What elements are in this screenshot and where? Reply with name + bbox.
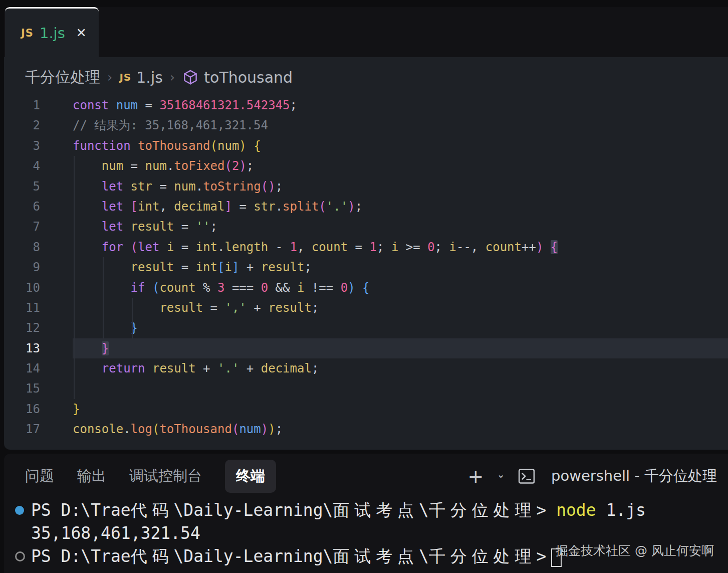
- line-number[interactable]: 11: [4, 298, 40, 318]
- code-line[interactable]: 10 if (count % 3 === 0 && i !== 0) {: [4, 278, 728, 298]
- code-line[interactable]: 2// 结果为: 35,168,461,321.54: [4, 115, 728, 135]
- line-number[interactable]: 17: [4, 419, 40, 439]
- breadcrumb-file[interactable]: 1.js: [136, 69, 163, 86]
- code-line-content: function toThousand(num) {: [73, 136, 728, 156]
- code-line[interactable]: 1const num = 35168461321.542345;: [4, 95, 728, 115]
- code-line-content: if (count % 3 === 0 && i !== 0) {: [73, 278, 728, 298]
- breadcrumb: 千分位处理 › JS 1.js › toThousand: [4, 57, 728, 97]
- editor-area: JS 1.js ✕ 千分位处理 › JS 1.js › toThousand 1…: [4, 7, 728, 450]
- code-line-content: const num = 35168461321.542345;: [73, 95, 728, 115]
- panel-tabs: 问题 输出 调试控制台 终端: [4, 460, 276, 493]
- line-number[interactable]: 5: [4, 176, 40, 197]
- terminal-text: PS D:\Trae代码\Daily-Learning\面试考点\千分位处理>: [31, 545, 562, 568]
- terminal-success-dot-icon: [15, 499, 31, 522]
- line-number[interactable]: 3: [4, 136, 40, 156]
- tab-terminal[interactable]: 终端: [225, 460, 276, 493]
- line-number[interactable]: 13: [4, 338, 40, 358]
- line-number[interactable]: 6: [4, 197, 40, 217]
- tab-bar: JS 1.js ✕: [4, 7, 728, 57]
- line-number[interactable]: 15: [4, 378, 40, 399]
- code-line[interactable]: 4 num = num.toFixed(2);: [4, 156, 728, 176]
- indent-guide: [74, 156, 75, 399]
- terminal-session-title[interactable]: powershell - 千分位处理: [551, 466, 717, 486]
- code-line-content: }: [73, 318, 728, 338]
- code-line-content: result = int[i] + result;: [73, 257, 728, 277]
- code-line[interactable]: 17console.log(toThousand(num));: [4, 419, 728, 439]
- line-number[interactable]: 9: [4, 257, 40, 277]
- code-line-content: }: [73, 338, 728, 358]
- code-line[interactable]: 16}: [4, 399, 728, 419]
- chevron-right-icon: ›: [107, 70, 112, 85]
- cube-icon: [182, 69, 199, 86]
- line-number[interactable]: 12: [4, 318, 40, 338]
- terminal-running-ring-icon: [15, 545, 31, 568]
- tab-debug-console[interactable]: 调试控制台: [129, 466, 202, 486]
- code-line-content: console.log(toThousand(num));: [73, 419, 728, 439]
- chevron-down-icon[interactable]: ⌄: [497, 468, 505, 480]
- watermark: 掘金技术社区 @ 风止何安啊: [556, 542, 714, 559]
- line-number[interactable]: 7: [4, 217, 40, 237]
- terminal-line: 35,168,461,321.54: [4, 522, 728, 545]
- terminal-text: 35,168,461,321.54: [31, 522, 200, 545]
- code-line[interactable]: 13 }: [4, 338, 728, 358]
- ide-window: JS 1.js ✕ 千分位处理 › JS 1.js › toThousand 1…: [0, 0, 728, 573]
- breadcrumb-symbol[interactable]: toThousand: [204, 69, 293, 86]
- code-line[interactable]: 3function toThousand(num) {: [4, 136, 728, 156]
- code-line[interactable]: 7 let result = '';: [4, 217, 728, 237]
- terminal-line: PS D:\Trae代码\Daily-Learning\面试考点\千分位处理> …: [4, 499, 728, 522]
- line-number[interactable]: 4: [4, 156, 40, 176]
- code-line[interactable]: 14 return result + '.' + decimal;: [4, 358, 728, 378]
- line-number[interactable]: 16: [4, 399, 40, 419]
- code-line-content: for (let i = int.length - 1, count = 1; …: [73, 237, 728, 257]
- code-line-content: // 结果为: 35,168,461,321.54: [73, 115, 728, 135]
- code-line-content: let result = '';: [73, 217, 728, 237]
- terminal-text: PS D:\Trae代码\Daily-Learning\面试考点\千分位处理> …: [31, 499, 646, 522]
- code-line-content: let [int, decimal] = str.split('.');: [73, 197, 728, 217]
- terminal-indent: [15, 522, 31, 545]
- breadcrumb-folder[interactable]: 千分位处理: [25, 67, 100, 88]
- code-line-content: return result + '.' + decimal;: [73, 358, 728, 378]
- code-line[interactable]: 15: [4, 378, 728, 399]
- tab-output[interactable]: 输出: [77, 466, 106, 486]
- code-editor[interactable]: 1const num = 35168461321.542345;2// 结果为:…: [4, 95, 728, 440]
- code-line[interactable]: 8 for (let i = int.length - 1, count = 1…: [4, 237, 728, 257]
- tab-file-name: 1.js: [40, 25, 65, 42]
- line-number[interactable]: 1: [4, 95, 40, 115]
- code-line[interactable]: 6 let [int, decimal] = str.split('.');: [4, 197, 728, 217]
- new-terminal-icon[interactable]: +: [467, 467, 483, 486]
- code-line-content: [73, 378, 728, 399]
- code-line[interactable]: 9 result = int[i] + result;: [4, 257, 728, 277]
- indent-guide: [103, 257, 104, 338]
- chevron-right-icon: ›: [170, 70, 175, 85]
- code-line[interactable]: 12 }: [4, 318, 728, 338]
- panel-header-right: + ⌄ powershell - 千分位处理: [467, 454, 717, 499]
- code-line-content: num = num.toFixed(2);: [73, 156, 728, 176]
- line-number[interactable]: 8: [4, 237, 40, 257]
- indent-guide: [132, 298, 133, 338]
- code-line-content: }: [73, 399, 728, 419]
- line-number[interactable]: 2: [4, 115, 40, 135]
- tab-1js[interactable]: JS 1.js ✕: [5, 7, 99, 57]
- panel-header: 问题 输出 调试控制台 终端 + ⌄ powershell - 千分位处理: [4, 454, 728, 499]
- code-line[interactable]: 11 result = ',' + result;: [4, 298, 728, 318]
- javascript-file-icon: JS: [119, 71, 131, 83]
- javascript-file-icon: JS: [21, 27, 34, 39]
- code-line[interactable]: 5 let str = num.toString();: [4, 176, 728, 197]
- code-line-content: result = ',' + result;: [73, 298, 728, 318]
- close-icon[interactable]: ✕: [76, 26, 87, 40]
- tab-problems[interactable]: 问题: [25, 466, 54, 486]
- terminal-output[interactable]: PS D:\Trae代码\Daily-Learning\面试考点\千分位处理> …: [4, 499, 728, 573]
- code-line-content: let str = num.toString();: [73, 176, 728, 197]
- terminal-icon: [518, 468, 535, 484]
- line-number[interactable]: 14: [4, 358, 40, 378]
- line-number[interactable]: 10: [4, 278, 40, 298]
